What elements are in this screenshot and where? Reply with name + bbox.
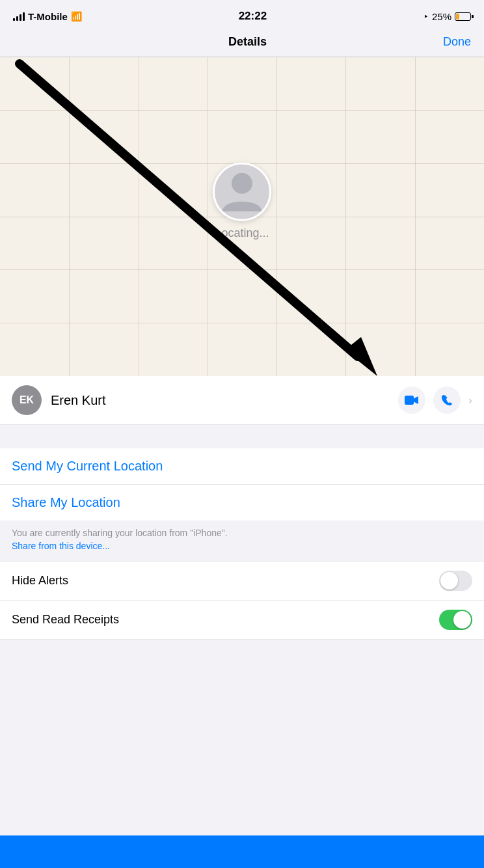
grid-h-5 — [0, 323, 484, 323]
signal-bar-3 — [20, 14, 21, 21]
done-button[interactable]: Done — [443, 35, 471, 49]
nav-bar: Details Done — [0, 29, 484, 57]
video-call-button[interactable] — [398, 387, 425, 414]
status-bar: T-Mobile 📶 22:22 ‣ 25% — [0, 0, 484, 29]
hide-alerts-toggle[interactable] — [439, 571, 472, 591]
carrier-name: T-Mobile — [28, 11, 68, 22]
battery-fill — [456, 14, 459, 20]
contact-detail-chevron[interactable]: › — [468, 394, 472, 407]
grid-v-5 — [345, 57, 346, 376]
contact-avatar: EK — [12, 385, 42, 415]
toggle-section: Hide Alerts Send Read Receipts — [0, 562, 484, 640]
grid-v-3 — [208, 57, 208, 376]
grid-v-6 — [415, 57, 416, 376]
grid-v-4 — [276, 57, 277, 376]
grid-h-1 — [0, 110, 484, 111]
bottom-button[interactable] — [0, 835, 484, 868]
status-right: ‣ 25% — [424, 11, 471, 22]
send-read-receipts-toggle[interactable] — [439, 610, 472, 630]
menu-section: Send My Current Location Share My Locati… — [0, 448, 484, 521]
share-my-location-button[interactable]: Share My Location — [0, 485, 484, 521]
map-avatar: Locating... — [213, 163, 271, 240]
location-note-text: You are currently sharing your location … — [12, 528, 228, 538]
locating-text: Locating... — [215, 226, 269, 240]
contact-initials: EK — [20, 394, 34, 406]
hide-alerts-row: Hide Alerts — [0, 562, 484, 601]
send-read-receipts-row: Send Read Receipts — [0, 601, 484, 640]
send-read-receipts-knob — [453, 611, 471, 629]
avatar-silhouette — [215, 165, 269, 219]
contact-actions: › — [398, 387, 472, 414]
grid-v-1 — [69, 57, 70, 376]
grid-v-2 — [139, 57, 139, 376]
hide-alerts-label: Hide Alerts — [12, 574, 68, 588]
contact-avatar-map — [213, 163, 271, 221]
svg-rect-3 — [405, 396, 414, 405]
battery-icon — [455, 12, 471, 21]
location-icon: ‣ — [424, 12, 429, 21]
nav-title: Details — [228, 35, 267, 49]
section-divider-1 — [0, 425, 484, 448]
signal-bars — [13, 12, 25, 21]
grid-h-4 — [0, 269, 484, 270]
battery-percent: 25% — [432, 11, 451, 22]
contact-name: Eren Kurt — [51, 393, 389, 408]
map-area: Locating... — [0, 57, 484, 376]
hide-alerts-knob — [440, 572, 458, 590]
signal-bar-4 — [23, 12, 25, 21]
status-left: T-Mobile 📶 — [13, 11, 82, 22]
wifi-icon: 📶 — [71, 11, 82, 21]
signal-bar-1 — [13, 18, 15, 21]
signal-bar-2 — [16, 16, 18, 21]
svg-point-0 — [232, 173, 252, 194]
location-note: You are currently sharing your location … — [0, 521, 484, 562]
share-from-device-link[interactable]: Share from this device... — [12, 541, 110, 551]
status-time: 22:22 — [239, 10, 267, 23]
send-read-receipts-label: Send Read Receipts — [12, 613, 119, 627]
contact-row: EK Eren Kurt › — [0, 376, 484, 425]
send-current-location-button[interactable]: Send My Current Location — [0, 448, 484, 485]
phone-call-button[interactable] — [433, 387, 461, 414]
